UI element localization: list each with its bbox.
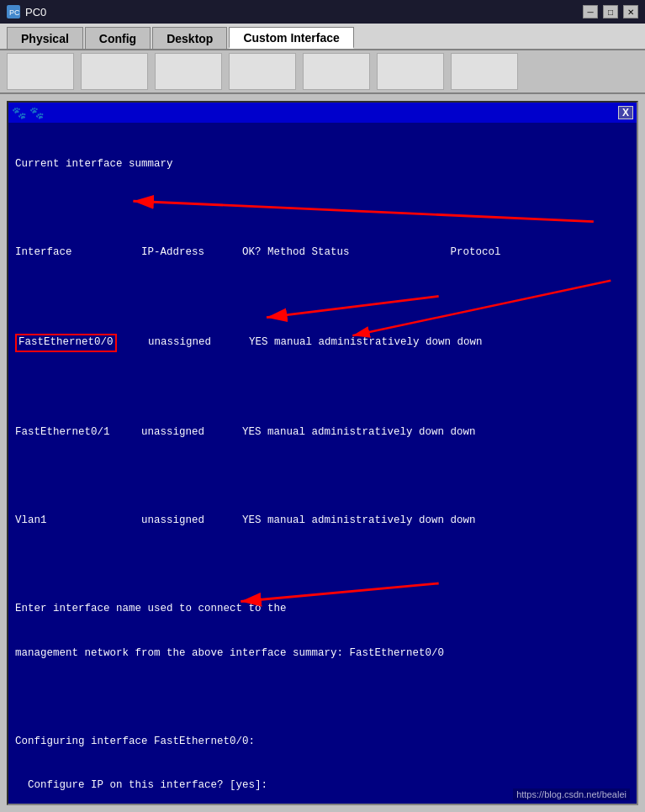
- svg-line-5: [241, 583, 438, 602]
- terminal-line-blank-6: [15, 690, 630, 705]
- toolbar-item-4: [229, 53, 296, 90]
- title-bar: PC PC0 ─ □ ✕: [0, 0, 645, 24]
- tab-custom-interface[interactable]: Custom Interface: [229, 27, 353, 49]
- toolbar-item-7: [451, 53, 518, 90]
- terminal-line-blank-4: [15, 470, 630, 485]
- terminal-line-vlan1: Vlan1 unassigned YES manual administrati…: [15, 514, 630, 529]
- terminal-line-header: Interface IP-Address OK? Method Status P…: [15, 245, 630, 261]
- terminal-line-1: Current interface summary: [15, 157, 630, 172]
- paw-icon: 🐾: [12, 106, 26, 120]
- watermark: https://blog.csdn.net/bealei: [513, 788, 630, 800]
- main-content: 🐾 🐾 X Current interface summary Interfac…: [0, 94, 645, 812]
- toolbar-item-2: [81, 53, 148, 90]
- paw-icon-2: 🐾: [29, 106, 44, 120]
- close-button[interactable]: ✕: [623, 5, 638, 18]
- toolbar-item-6: [377, 53, 444, 90]
- terminal-header-left: 🐾 🐾: [12, 106, 44, 120]
- app-icon: PC: [7, 5, 20, 18]
- tab-config[interactable]: Config: [85, 27, 151, 49]
- minimize-button[interactable]: ─: [583, 5, 598, 18]
- terminal-line-config1: Configuring interface FastEthernet0/0:: [15, 735, 630, 750]
- terminal-line-blank-5: [15, 558, 630, 573]
- terminal-line-enter2: management network from the above interf…: [15, 646, 630, 662]
- terminal-line-fe00: FastEthernet0/0 unassigned YES manual ad…: [15, 334, 630, 352]
- terminal-close-button[interactable]: X: [618, 106, 633, 119]
- toolbar-item-5: [303, 53, 370, 90]
- svg-text:PC: PC: [9, 8, 20, 17]
- terminal-header: 🐾 🐾 X: [8, 103, 637, 123]
- tab-desktop[interactable]: Desktop: [152, 27, 227, 49]
- terminal-body[interactable]: Current interface summary Interface IP-A…: [8, 123, 637, 804]
- terminal-line-enter1: Enter interface name used to connect to …: [15, 602, 630, 617]
- toolbar-item-3: [155, 53, 222, 90]
- terminal-line-fe01: FastEthernet0/1 unassigned YES manual ad…: [15, 425, 630, 440]
- toolbar: [0, 50, 645, 94]
- terminal-container: 🐾 🐾 X Current interface summary Interfac…: [7, 101, 638, 805]
- window-title: PC0: [25, 6, 583, 18]
- tab-physical[interactable]: Physical: [7, 27, 83, 49]
- terminal-line-blank-2: [15, 290, 630, 305]
- tab-bar: Physical Config Desktop Custom Interface: [0, 24, 645, 50]
- toolbar-item-1: [7, 53, 74, 90]
- fe00-highlight: FastEthernet0/0: [15, 334, 117, 352]
- terminal-line-blank-3: [15, 382, 630, 397]
- window-controls: ─ □ ✕: [583, 5, 638, 18]
- terminal-line-blank-1: [15, 202, 630, 217]
- maximize-button[interactable]: □: [603, 5, 618, 18]
